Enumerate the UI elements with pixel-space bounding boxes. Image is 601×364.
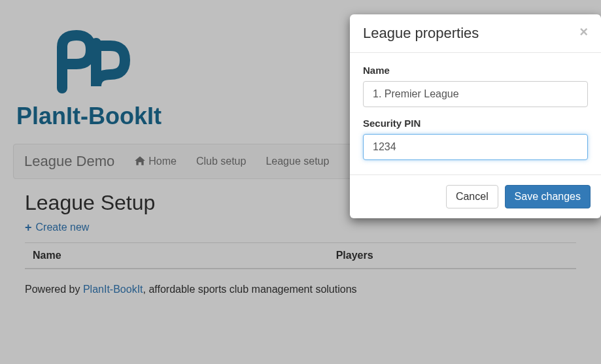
- name-input[interactable]: [363, 81, 588, 107]
- save-button[interactable]: Save changes: [505, 185, 591, 208]
- pin-label: Security PIN: [363, 118, 588, 129]
- pin-input[interactable]: [363, 134, 588, 160]
- cancel-button[interactable]: Cancel: [446, 185, 498, 208]
- modal-title: League properties: [363, 25, 479, 42]
- close-icon[interactable]: ×: [579, 25, 588, 39]
- name-label: Name: [363, 65, 588, 76]
- league-properties-modal: League properties × Name Security PIN Ca…: [350, 14, 601, 218]
